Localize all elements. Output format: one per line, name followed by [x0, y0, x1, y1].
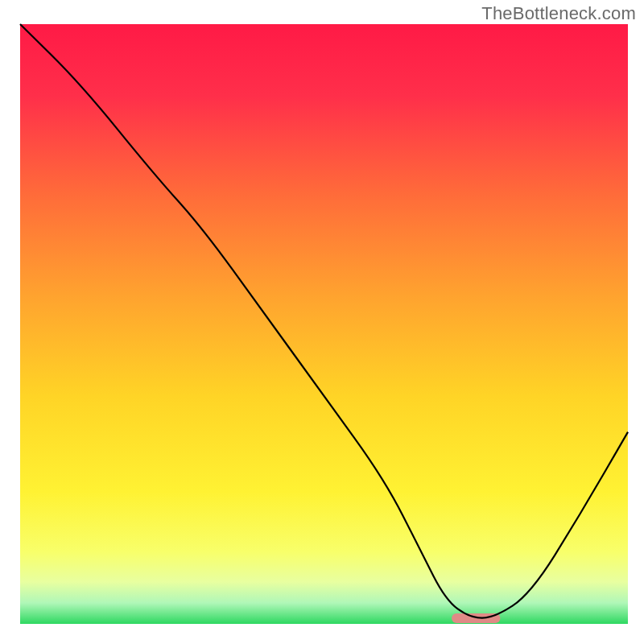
plot-background [20, 24, 628, 624]
chart-container: TheBottleneck.com [0, 0, 644, 644]
bottleneck-chart [0, 0, 644, 644]
watermark-text: TheBottleneck.com [481, 3, 636, 24]
optimal-marker [452, 613, 500, 623]
